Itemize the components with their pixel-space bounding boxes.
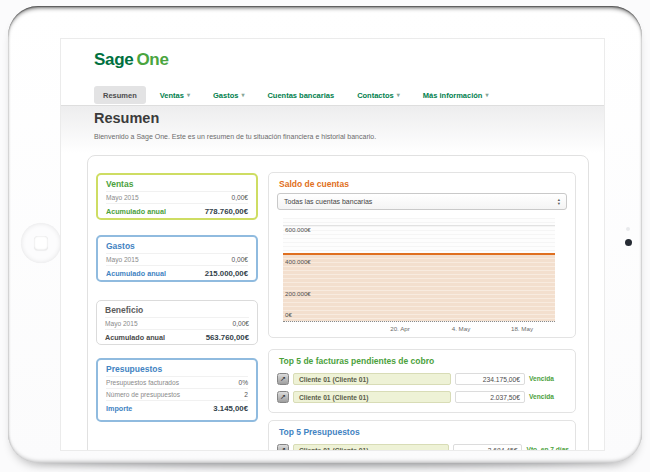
nav-tab-ventas[interactable]: Ventas ▾	[151, 86, 199, 104]
card-total-label: Acumulado anual	[106, 207, 166, 216]
card-total-label: Acumulado anual	[105, 333, 165, 342]
card-row-value: 0%	[238, 379, 248, 386]
card-total-row: Importe 3.145,00€	[106, 400, 248, 413]
chevron-down-icon: ▾	[397, 92, 400, 98]
nav-tab-label: Contactos	[357, 91, 394, 100]
home-button[interactable]	[21, 223, 61, 263]
page-subtitle: Bienvenido a Sage One. Este es un resume…	[94, 133, 376, 140]
panel-top-quotes: Top 5 Presupuestos ↗ Cliente 01 (Cliente…	[268, 420, 576, 451]
stepper-down-icon: ▾	[558, 202, 560, 206]
nav-tab-label: Gastos	[213, 91, 238, 100]
nav-tab-mas-informacion[interactable]: Más información ▾	[414, 86, 498, 104]
card-row-label: Número de presupuestos	[106, 391, 180, 398]
invoice-status: Vencida	[529, 393, 554, 400]
invoice-status-icon[interactable]: ↗	[277, 373, 289, 385]
invoice-row[interactable]: ↗ Cliente 01 (Cliente 01) 2.037,50€ Venc…	[277, 390, 569, 403]
stage: SageOne Resumen Ventas ▾ Gastos ▾ Cuenta…	[0, 0, 650, 472]
card-title: Beneficio	[105, 305, 249, 315]
card-row: Presupuestos facturados 0%	[106, 376, 248, 388]
card-row-value: 0,00€	[231, 194, 248, 201]
card-total-row: Acumulado anual 778.760,00€	[106, 203, 248, 216]
y-axis-tick: 600.000€	[285, 226, 311, 233]
card-title: Presupuestos	[106, 364, 248, 374]
card-row-label: Presupuestos facturados	[106, 379, 179, 386]
x-axis-tick: 18. May	[511, 325, 533, 332]
dashboard-container: Ventas Mayo 2015 0,00€ Acumulado anual 7…	[87, 155, 589, 451]
card-row: Mayo 2015 0,00€	[106, 191, 248, 203]
panel-title: Top 5 de facturas pendientes de cobro	[279, 356, 434, 366]
account-select[interactable]: Todas las cuentas bancarias ▴ ▾	[277, 193, 567, 210]
card-total-value: 778.760,00€	[205, 207, 248, 216]
home-button-square-icon	[34, 236, 48, 250]
panel-top-invoices: Top 5 de facturas pendientes de cobro ↗ …	[268, 349, 576, 413]
tablet-frame: SageOne Resumen Ventas ▾ Gastos ▾ Cuenta…	[8, 6, 642, 463]
balance-area-chart: 600.000€ 400.000€ 200.000€ 0€	[283, 218, 555, 322]
invoice-amount: 2.037,50€	[455, 391, 525, 403]
card-total-row: Acumulado anual 215.000,00€	[106, 265, 248, 278]
card-beneficio: Beneficio Mayo 2015 0,00€ Acumulado anua…	[96, 300, 258, 345]
invoice-row[interactable]: ↗ Cliente 01 (Cliente 01) 234.175,00€ Ve…	[277, 372, 569, 385]
card-row: Mayo 2015 0,00€	[106, 253, 248, 265]
chevron-down-icon: ▾	[241, 92, 244, 98]
quote-client: Cliente 01 (Cliente 01)	[293, 444, 449, 452]
card-total-label: Importe	[106, 404, 132, 413]
y-axis-tick: 0€	[285, 311, 292, 318]
nav-tab-label: Más información	[423, 91, 483, 100]
nav-tab-label: Cuentas bancarias	[267, 91, 334, 100]
card-row-label: Mayo 2015	[105, 320, 138, 327]
card-presupuestos: Presupuestos Presupuestos facturados 0% …	[96, 358, 258, 422]
screen: SageOne Resumen Ventas ▾ Gastos ▾ Cuenta…	[60, 38, 605, 451]
invoice-client: Cliente 01 (Cliente 01)	[293, 391, 451, 403]
main-nav: Resumen Ventas ▾ Gastos ▾ Cuentas bancar…	[94, 86, 600, 104]
invoice-client: Cliente 01 (Cliente 01)	[293, 373, 451, 385]
nav-tab-cuentas-bancarias[interactable]: Cuentas bancarias	[258, 86, 343, 104]
card-total-label: Acumulado anual	[106, 269, 166, 278]
sage-one-logo: SageOne	[94, 50, 169, 70]
card-total-value: 3.145,00€	[213, 404, 248, 413]
chevron-down-icon: ▾	[485, 92, 488, 98]
card-total-row: Acumulado anual 563.760,00€	[105, 329, 249, 342]
card-ventas: Ventas Mayo 2015 0,00€ Acumulado anual 7…	[96, 173, 258, 220]
card-total-value: 215.000,00€	[205, 269, 248, 278]
card-title: Gastos	[106, 241, 248, 251]
chevron-down-icon: ▾	[187, 92, 190, 98]
panel-account-balance: Saldo de cuentas Todas las cuentas banca…	[268, 172, 576, 338]
y-axis-tick: 400.000€	[285, 258, 311, 265]
nav-tab-label: Resumen	[103, 91, 137, 100]
nav-tab-gastos[interactable]: Gastos ▾	[204, 86, 253, 104]
card-row: Mayo 2015 0,00€	[105, 317, 249, 329]
page-title: Resumen	[94, 110, 159, 126]
invoice-status: Vencida	[529, 375, 554, 382]
logo-primary: Sage	[94, 50, 133, 69]
panel-title: Saldo de cuentas	[279, 179, 349, 189]
card-title: Ventas	[106, 179, 248, 189]
x-axis-tick: 20. Apr	[390, 325, 410, 332]
invoice-amount: 234.175,00€	[455, 373, 525, 385]
nav-tab-contactos[interactable]: Contactos ▾	[348, 86, 409, 104]
panel-title: Top 5 Presupuestos	[279, 427, 360, 437]
gridline	[283, 225, 555, 226]
account-select-value: Todas las cuentas bancarias	[284, 198, 372, 205]
card-row-label: Mayo 2015	[106, 194, 139, 201]
quote-status-icon[interactable]: ↗	[277, 444, 289, 452]
quote-row[interactable]: ↗ Cliente 01 (Cliente 01) 3.684,45€ Vto.…	[277, 443, 569, 451]
nav-tab-label: Ventas	[160, 91, 184, 100]
chart-area-series	[283, 253, 555, 321]
card-row-value: 0,00€	[232, 320, 249, 327]
nav-tab-resumen[interactable]: Resumen	[94, 86, 146, 104]
quote-status: Vto. en 7 días	[526, 446, 569, 451]
card-row-value: 2	[244, 391, 248, 398]
x-axis-tick: 4. May	[452, 325, 471, 332]
quote-amount: 3.684,45€	[453, 444, 522, 452]
select-stepper-icon: ▴ ▾	[558, 198, 560, 205]
card-row-value: 0,00€	[231, 256, 248, 263]
invoice-status-icon[interactable]: ↗	[277, 391, 289, 403]
card-row: Número de presupuestos 2	[106, 388, 248, 400]
card-total-value: 563.760,00€	[206, 333, 249, 342]
camera-icon	[625, 239, 632, 246]
card-row-label: Mayo 2015	[106, 256, 139, 263]
sensor-dot	[626, 227, 630, 231]
logo-secondary: One	[136, 50, 168, 69]
y-axis-tick: 200.000€	[285, 290, 311, 297]
card-gastos: Gastos Mayo 2015 0,00€ Acumulado anual 2…	[96, 235, 258, 282]
